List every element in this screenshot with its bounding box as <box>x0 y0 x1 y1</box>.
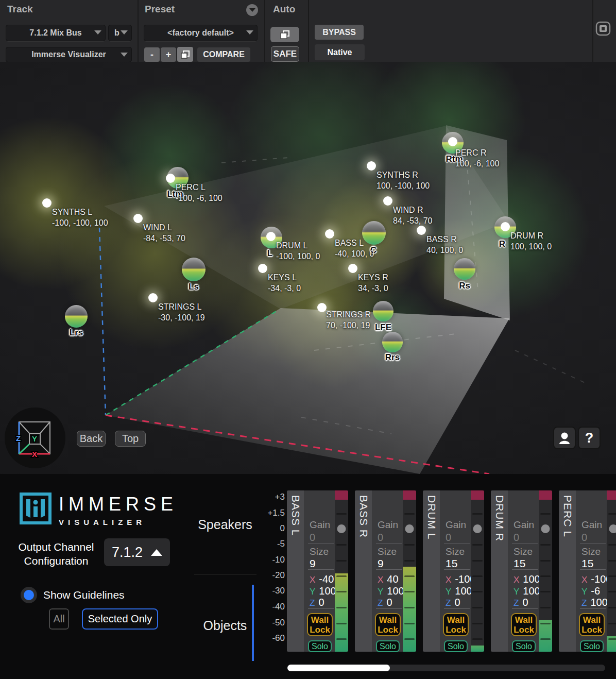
gain-knob[interactable] <box>541 524 550 533</box>
strip-name-bar[interactable]: BASS R <box>355 490 372 652</box>
track-channel-dropdown[interactable]: b <box>108 25 132 41</box>
solo-button[interactable]: Solo <box>444 640 468 652</box>
strip-name-bar[interactable]: DRUM R <box>491 490 508 652</box>
back-view-button[interactable]: Back <box>77 431 106 447</box>
gain-value[interactable]: 0 <box>378 532 383 544</box>
bypass-button[interactable]: BYPASS <box>315 25 364 40</box>
gain-value[interactable]: 0 <box>446 532 451 544</box>
size-value[interactable]: 15 <box>446 557 457 570</box>
speaker-sphere[interactable] <box>373 301 393 321</box>
level-meter[interactable] <box>403 490 416 652</box>
strips-scrollbar[interactable] <box>287 665 605 671</box>
show-guidelines-toggle[interactable] <box>21 587 37 603</box>
z-value[interactable]: Z0 <box>378 597 392 608</box>
object-dot[interactable] <box>258 264 267 273</box>
safe-button[interactable]: SAFE <box>271 47 299 61</box>
object-dot[interactable] <box>266 232 276 241</box>
level-meter[interactable] <box>607 490 616 652</box>
level-meter[interactable] <box>539 490 552 652</box>
z-value[interactable]: Z0 <box>310 597 324 608</box>
object-dot[interactable] <box>383 196 392 206</box>
x-value[interactable]: X40 <box>378 573 399 585</box>
object-dot[interactable] <box>317 303 327 312</box>
level-meter[interactable] <box>335 490 348 652</box>
output-channel-dropdown[interactable]: 7.1.2 <box>104 538 170 566</box>
level-meter[interactable] <box>471 490 484 652</box>
x-value[interactable]: X100 <box>514 573 540 585</box>
z-value[interactable]: Z100 <box>581 597 608 608</box>
object-dot[interactable] <box>448 137 457 146</box>
window-size-button[interactable] <box>595 20 611 37</box>
gain-knob[interactable] <box>473 524 482 533</box>
wall-lock-button[interactable]: Wall Lock <box>375 613 401 636</box>
solo-button[interactable]: Solo <box>580 640 604 652</box>
wall-lock-button[interactable]: Wall Lock <box>511 613 537 636</box>
track-bus-dropdown[interactable]: 7.1.2 Mix Bus <box>6 25 106 41</box>
speaker-label: Lrs <box>70 328 83 338</box>
gain-knob[interactable] <box>609 524 616 533</box>
strips-scrollbar-thumb[interactable] <box>287 665 390 671</box>
speaker-sphere[interactable] <box>382 332 403 352</box>
strip-name-bar[interactable]: BASS L <box>287 490 304 652</box>
object-dot[interactable] <box>148 293 158 302</box>
auto-copy-button[interactable] <box>270 27 299 42</box>
view-cube-gizmo[interactable]: Z Y X <box>4 406 66 470</box>
spatial-3d-view[interactable]: Ltm Rtm L C R Ls Rs Lrs Rrs LFE SYNTHS L… <box>0 62 616 474</box>
preset-prev-button[interactable]: - <box>144 47 160 62</box>
speaker-label: R <box>499 239 505 249</box>
y-value[interactable]: Y100 <box>310 585 336 597</box>
gain-value[interactable]: 0 <box>310 532 315 544</box>
object-dot[interactable] <box>133 214 143 223</box>
object-dot[interactable] <box>42 198 52 208</box>
native-button[interactable]: Native <box>315 44 365 60</box>
object-dot[interactable] <box>348 264 357 273</box>
top-view-button[interactable]: Top <box>115 431 146 447</box>
y-value[interactable]: Y100 <box>446 585 472 597</box>
speaker-sphere[interactable] <box>65 305 88 328</box>
size-value[interactable]: 15 <box>514 557 525 570</box>
gain-knob[interactable] <box>337 524 346 533</box>
object-dot[interactable] <box>417 226 426 235</box>
track-plugin-dropdown[interactable]: Immerse Visualizer <box>6 47 132 62</box>
guidelines-all-button[interactable]: All <box>49 608 69 630</box>
preset-copy-button[interactable] <box>177 47 193 62</box>
preset-menu-button[interactable] <box>246 4 258 16</box>
wall-lock-button[interactable]: Wall Lock <box>579 613 605 636</box>
wall-lock-button[interactable]: Wall Lock <box>443 613 469 636</box>
object-dot[interactable] <box>501 222 510 231</box>
solo-button[interactable]: Solo <box>512 640 536 652</box>
strip-name-bar[interactable]: PERC L <box>559 490 576 652</box>
guidelines-selected-only-button[interactable]: Selected Only <box>82 608 158 630</box>
size-value[interactable]: 9 <box>378 557 384 570</box>
help-button[interactable]: ? <box>578 427 601 449</box>
strip-name-bar[interactable]: DRUM L <box>423 490 440 652</box>
object-dot[interactable] <box>367 161 376 171</box>
y-value[interactable]: Y100 <box>378 585 404 597</box>
gain-value[interactable]: 0 <box>514 532 519 544</box>
solo-button[interactable]: Solo <box>376 640 400 652</box>
size-value[interactable]: 15 <box>581 557 593 570</box>
object-coords: -84, -53, 70 <box>143 233 185 244</box>
bottom-panel: IMMERSE VISUALIZER Output Channel Config… <box>0 474 616 679</box>
y-value[interactable]: Y-6 <box>581 585 600 597</box>
gain-value[interactable]: 0 <box>581 532 587 544</box>
speaker-sphere[interactable] <box>454 258 475 280</box>
z-value[interactable]: Z0 <box>514 597 528 608</box>
gain-knob[interactable] <box>405 524 414 533</box>
size-value[interactable]: 9 <box>310 557 316 570</box>
object-dot[interactable] <box>325 229 334 239</box>
section-speakers[interactable]: Speakers <box>196 517 254 532</box>
object-dot[interactable] <box>166 174 175 183</box>
speaker-sphere[interactable] <box>182 258 206 281</box>
preset-next-button[interactable]: + <box>161 47 176 62</box>
user-account-button[interactable] <box>553 427 576 449</box>
section-objects[interactable]: Objects <box>196 618 254 633</box>
wall-lock-button[interactable]: Wall Lock <box>307 613 333 636</box>
meter-fill <box>471 646 484 652</box>
z-value[interactable]: Z0 <box>446 597 460 608</box>
preset-dropdown[interactable]: <factory default> <box>144 25 258 41</box>
solo-button[interactable]: Solo <box>308 640 332 652</box>
compare-button[interactable]: COMPARE <box>197 47 250 62</box>
y-value[interactable]: Y100 <box>514 585 540 597</box>
x-value[interactable]: X-40 <box>310 573 334 585</box>
